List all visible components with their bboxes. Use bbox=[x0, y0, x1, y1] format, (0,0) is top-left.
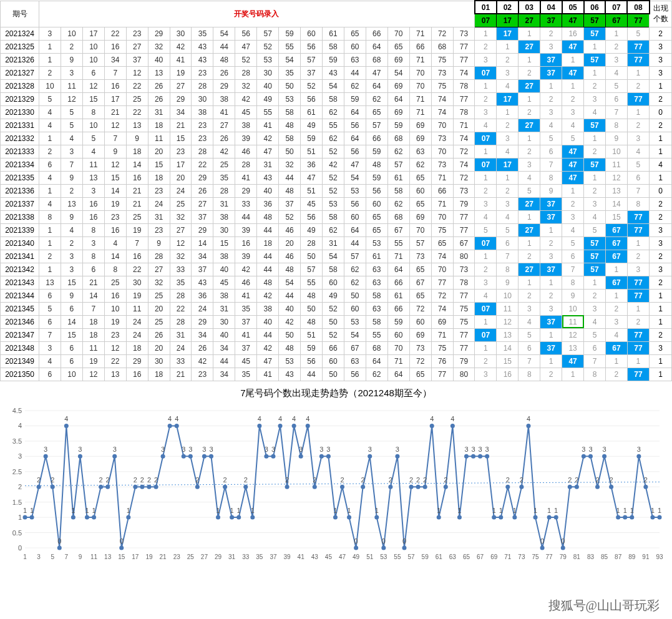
draw-cell: 6 bbox=[39, 158, 61, 171]
draw-cell: 14 bbox=[104, 184, 126, 197]
draw-cell: 17 bbox=[82, 27, 104, 40]
col-03: 03 bbox=[519, 1, 540, 14]
draw-cell: 77 bbox=[453, 341, 475, 354]
draw-cell: 60 bbox=[387, 328, 409, 341]
track-cell: 1 bbox=[540, 276, 562, 289]
draw-cell: 45 bbox=[235, 105, 257, 119]
svg-text:2: 2 bbox=[223, 476, 227, 484]
track-cell: 3 bbox=[540, 302, 562, 315]
track-cell: 2 bbox=[540, 289, 562, 302]
draw-cell: 21 bbox=[126, 184, 148, 197]
svg-text:2: 2 bbox=[416, 476, 420, 484]
count-cell: 1 bbox=[650, 145, 672, 158]
track-cell: 5 bbox=[519, 184, 540, 197]
svg-text:2: 2 bbox=[568, 476, 572, 484]
svg-point-29 bbox=[51, 484, 55, 489]
svg-text:85: 85 bbox=[601, 553, 608, 560]
draw-cell: 56 bbox=[344, 119, 366, 132]
svg-text:0: 0 bbox=[382, 537, 386, 545]
draw-cell: 29 bbox=[148, 27, 170, 40]
svg-text:4.5: 4.5 bbox=[12, 407, 22, 414]
count-cell: 1 bbox=[650, 354, 672, 368]
svg-text:4: 4 bbox=[450, 415, 454, 422]
draw-cell: 36 bbox=[301, 158, 323, 171]
track-cell: 77 bbox=[627, 53, 649, 66]
draw-cell: 57 bbox=[344, 250, 366, 263]
draw-cell: 59 bbox=[301, 132, 323, 145]
svg-point-135 bbox=[416, 484, 421, 489]
count-cell: 3 bbox=[650, 53, 672, 66]
draw-cell: 68 bbox=[387, 132, 409, 145]
draw-cell: 3 bbox=[82, 184, 104, 197]
draw-cell: 7 bbox=[82, 302, 104, 315]
count-cell: 3 bbox=[650, 263, 672, 276]
track-cell: 7 bbox=[519, 354, 540, 368]
svg-text:79: 79 bbox=[560, 553, 567, 560]
draw-cell: 27 bbox=[170, 79, 192, 92]
draw-cell: 23 bbox=[148, 184, 170, 197]
svg-point-81 bbox=[230, 515, 234, 519]
draw-cell: 25 bbox=[213, 158, 235, 171]
svg-text:1: 1 bbox=[23, 553, 27, 560]
svg-point-129 bbox=[395, 454, 399, 458]
svg-point-125 bbox=[381, 545, 386, 550]
draw-cell: 59 bbox=[366, 145, 387, 158]
svg-point-47 bbox=[112, 454, 117, 458]
svg-point-157 bbox=[492, 515, 496, 519]
track-cell: 2 bbox=[540, 368, 562, 381]
track-cell: 1 bbox=[519, 210, 540, 223]
track-cell: 1 bbox=[562, 368, 584, 381]
draw-cell: 50 bbox=[279, 79, 301, 92]
draw-cell: 56 bbox=[235, 27, 257, 40]
track-cell: 07 bbox=[475, 302, 497, 315]
svg-text:1.5: 1.5 bbox=[12, 498, 22, 505]
draw-cell: 58 bbox=[387, 184, 409, 197]
track-cell: 07 bbox=[475, 132, 497, 145]
svg-text:4: 4 bbox=[527, 415, 530, 422]
draw-cell: 6 bbox=[82, 263, 104, 276]
track-cell: 7 bbox=[584, 354, 606, 368]
svg-text:1: 1 bbox=[492, 507, 496, 514]
track-cell: 37 bbox=[540, 315, 562, 328]
draw-cell: 6 bbox=[82, 66, 104, 79]
draw-cell: 48 bbox=[366, 158, 387, 171]
draw-cell: 40 bbox=[257, 315, 279, 328]
svg-text:19: 19 bbox=[145, 553, 153, 560]
track-cell: 2 bbox=[475, 184, 497, 197]
draw-cell: 20 bbox=[279, 236, 301, 250]
svg-point-143 bbox=[444, 484, 448, 489]
table-row: 2021340123479121415161820283144535557656… bbox=[1, 236, 672, 250]
draw-cell: 65 bbox=[409, 368, 431, 381]
svg-point-105 bbox=[313, 484, 317, 489]
svg-point-185 bbox=[588, 454, 593, 458]
track-cell: 3 bbox=[475, 105, 497, 119]
draw-cell: 65 bbox=[366, 210, 387, 223]
draw-cell: 77 bbox=[453, 223, 475, 236]
svg-text:1: 1 bbox=[347, 507, 351, 514]
draw-cell: 58 bbox=[322, 210, 344, 223]
track-17: 17 bbox=[497, 14, 519, 27]
draw-cell: 46 bbox=[235, 276, 257, 289]
draw-cell: 14 bbox=[192, 236, 213, 250]
draw-cell: 58 bbox=[279, 132, 301, 145]
track-cell: 67 bbox=[605, 250, 627, 263]
track-cell: 37 bbox=[540, 53, 562, 66]
draw-cell: 12 bbox=[170, 236, 192, 250]
table-row: 2021326191034374041434852535457596368697… bbox=[1, 53, 672, 66]
svg-point-153 bbox=[478, 454, 482, 458]
count-cell: 0 bbox=[650, 184, 672, 197]
svg-text:4: 4 bbox=[258, 415, 261, 422]
track-cell: 10 bbox=[605, 145, 627, 158]
draw-cell: 53 bbox=[279, 92, 301, 105]
track-cell: 7 bbox=[627, 184, 649, 197]
count-cell: 1 bbox=[650, 79, 672, 92]
svg-text:0: 0 bbox=[540, 537, 544, 545]
period-cell: 2021346 bbox=[1, 315, 39, 328]
draw-cell: 44 bbox=[213, 40, 235, 53]
track-cell: 77 bbox=[627, 341, 649, 354]
draw-cell: 23 bbox=[104, 210, 126, 223]
svg-point-171 bbox=[540, 545, 545, 550]
draw-cell: 10 bbox=[61, 368, 82, 381]
draw-cell: 27 bbox=[126, 40, 148, 53]
track-27: 27 bbox=[519, 14, 540, 27]
